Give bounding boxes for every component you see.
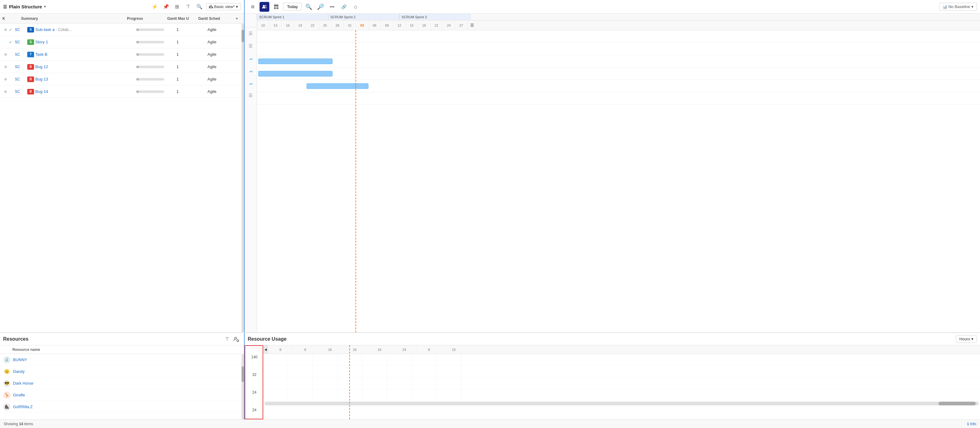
bug-icon: B [27, 76, 34, 82]
svg-point-7 [235, 337, 237, 339]
hours-dropdown-btn[interactable]: Hours ▾ [956, 335, 977, 343]
layers-icon[interactable]: ⊞ [173, 3, 181, 11]
side-icon-cloud3[interactable]: ☁ [245, 77, 257, 89]
resources-title: Resources [3, 336, 222, 342]
today-button[interactable]: Today [283, 3, 302, 11]
row-progress [136, 66, 177, 68]
usage-cell [337, 366, 362, 377]
resource-name-bunny[interactable]: BUNNY [13, 357, 27, 362]
col-add-btn[interactable]: + [232, 16, 242, 21]
row-gantt-max: 1 [177, 64, 207, 69]
side-icon-cloud2[interactable]: ☁ [245, 64, 257, 77]
top-section: ☰ Plain Structure ▾ ⚡ 📌 ⊞ ⊤ 🔍 Basic view [0, 0, 980, 333]
usage-total-3: 24 [245, 383, 264, 401]
usage-cell [337, 377, 362, 389]
svg-point-0 [263, 5, 265, 7]
usage-cell [362, 354, 387, 366]
summary-link[interactable]: Story 1 [35, 40, 48, 44]
settings-btn[interactable]: ⚙ [248, 2, 258, 12]
usage-horizontal-scrollbar[interactable] [264, 402, 979, 406]
resource-name-gorilla[interactable]: GoRRilla.Z [13, 404, 33, 409]
table-btn[interactable] [271, 2, 281, 12]
avatar-giraffe: 🦒 [3, 391, 11, 399]
avatar-gorilla: 🦍 [3, 403, 11, 410]
usage-cell [362, 366, 387, 377]
resources-filter-btn[interactable]: ⊤ [222, 334, 232, 344]
row-key[interactable]: SC [15, 27, 27, 32]
usage-date-8b: 8 [293, 348, 318, 352]
usage-cell [288, 377, 313, 389]
side-icon-cloud1[interactable]: ☁ [245, 52, 257, 64]
resource-name-dandy[interactable]: Dandy [13, 369, 25, 374]
usage-cell [412, 366, 437, 377]
gantt-main-area: SCRUM Sprint 1 SCRUM Sprint 2 SCRUM Spri… [257, 14, 980, 332]
gantt-col-toggle[interactable]: ☰ [468, 21, 477, 30]
resource-scrollbar-thumb[interactable] [242, 366, 244, 382]
row-key[interactable]: SC [15, 77, 27, 81]
usage-total-4: 24 [245, 401, 264, 419]
row-key[interactable]: SC [15, 53, 27, 57]
table-row: SC B Bug 12 1 Agile [0, 61, 244, 73]
side-icon-expand2[interactable]: ☰ [245, 40, 257, 52]
lightning-icon[interactable]: ⚡ [151, 3, 159, 11]
row-key[interactable]: SC [15, 89, 27, 94]
view-dropdown-icon: ▾ [236, 4, 238, 9]
resources-header: Resources ⊤ [0, 333, 244, 345]
date-22: 22 [307, 21, 319, 30]
link-btn[interactable]: 🔗 [339, 2, 349, 12]
summary-link[interactable]: Sub-task a [35, 27, 54, 32]
row-gantt-max: 1 [177, 27, 207, 32]
side-icon-expand3[interactable]: ☰ [245, 89, 257, 102]
scrollbar-thumb[interactable] [242, 30, 244, 42]
zoom-out-btn[interactable]: 🔎 [315, 2, 325, 12]
date-28: 28 [331, 21, 344, 30]
usage-cell [288, 389, 313, 401]
resources-settings-btn[interactable] [232, 334, 241, 344]
gantt-bar-bug12[interactable] [258, 71, 332, 76]
vertical-scrollbar[interactable] [242, 24, 244, 332]
usage-cell [288, 366, 313, 377]
usage-cell [337, 354, 362, 366]
date-03: 03 [356, 21, 369, 30]
side-icon-expand1[interactable]: ☰ [245, 27, 257, 40]
view-label: Basic view* [214, 4, 235, 9]
usage-nav-arrow[interactable]: ◀ [263, 345, 268, 354]
zoom-in-btn[interactable]: 🔍 [304, 2, 313, 12]
date-12: 12 [393, 21, 406, 30]
resource-name-darkhorse[interactable]: Dark Horse [13, 381, 33, 385]
story-icon: S [27, 39, 34, 45]
resource-scrollbar[interactable] [242, 354, 244, 419]
row-key[interactable]: SC [15, 40, 27, 44]
usage-scrollbar-thumb[interactable] [939, 402, 976, 406]
diamond-btn[interactable]: ◇ [351, 2, 361, 12]
filter-icon[interactable]: ⊤ [184, 3, 192, 11]
view-selector[interactable]: Basic view* ▾ [206, 3, 241, 10]
info-button[interactable]: ℹ Info [967, 422, 976, 426]
gantt-bar-bug13[interactable] [307, 83, 369, 89]
svg-rect-6 [277, 8, 278, 9]
svg-rect-5 [274, 8, 276, 9]
baseline-btn[interactable]: 📊 No Baseline ▾ [939, 3, 977, 11]
row-status-dot [3, 78, 9, 81]
summary-link[interactable]: Bug 12 [35, 64, 48, 69]
resource-name-giraffe[interactable]: Giraffe [13, 393, 25, 397]
usage-cell [263, 366, 288, 377]
usage-cell [263, 389, 288, 401]
people-btn[interactable] [259, 2, 269, 12]
usage-title: Resource Usage [248, 336, 956, 342]
pin-icon[interactable]: 📌 [162, 3, 170, 11]
row-check: ✓ [9, 27, 15, 32]
svg-rect-3 [274, 6, 276, 8]
table-body: ✓ SC S Sub-task a - Collab... 1 Agile [0, 24, 244, 332]
summary-link[interactable]: Task B [35, 52, 48, 57]
more-btn[interactable]: ••• [327, 2, 337, 12]
search-icon[interactable]: 🔍 [195, 3, 204, 11]
summary-link[interactable]: Bug 14 [35, 89, 48, 94]
sprint-1-label: SCRUM Sprint 1 [257, 14, 328, 20]
usage-date-15: 15 [442, 348, 466, 352]
summary-link[interactable]: Bug 13 [35, 77, 48, 81]
usage-cell [313, 366, 337, 377]
structure-title[interactable]: ☰ Plain Structure ▾ [3, 4, 46, 9]
gantt-bar-task-b[interactable] [258, 59, 332, 64]
row-key[interactable]: SC [15, 65, 27, 69]
